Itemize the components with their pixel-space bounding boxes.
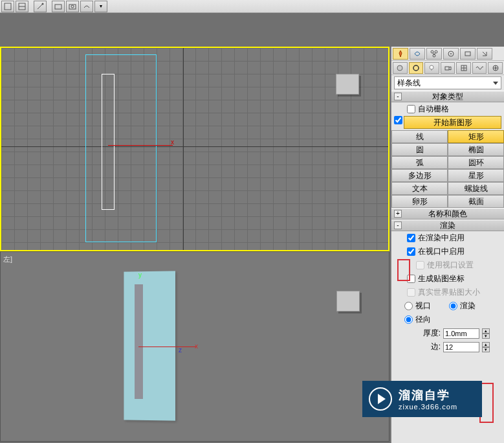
- auto-grid-checkbox[interactable]: [407, 105, 415, 113]
- rollout-title: 名称和颜色: [428, 209, 467, 220]
- model-door[interactable]: [124, 271, 175, 420]
- button-label: 圆环: [468, 157, 484, 168]
- rollout-title: 渲染: [440, 220, 455, 231]
- watermark-title: 溜溜自学: [399, 387, 457, 403]
- viewport-radio-label: 视口: [415, 301, 431, 312]
- thickness-label: 厚度:: [417, 328, 441, 339]
- sides-input[interactable]: [443, 342, 479, 352]
- arc-button[interactable]: 弧: [391, 156, 448, 169]
- tool-icon[interactable]: [34, 1, 47, 12]
- use-viewport-settings-label: 使用视口设置: [427, 260, 474, 271]
- viewcube[interactable]: [336, 291, 360, 312]
- svg-point-15: [397, 65, 402, 71]
- gizmo-x-axis[interactable]: [138, 346, 197, 347]
- radial-radio[interactable]: [404, 315, 413, 324]
- rectangle-button[interactable]: 矩形: [448, 130, 504, 143]
- tool-icon[interactable]: [1, 1, 14, 12]
- cameras-icon[interactable]: [441, 62, 455, 74]
- viewport-radio[interactable]: [404, 302, 413, 310]
- button-label: 星形: [468, 170, 484, 181]
- enable-in-render-checkbox[interactable]: [407, 234, 415, 242]
- enable-in-viewport-label: 在视口中启用: [418, 246, 465, 257]
- text-button[interactable]: 文本: [391, 182, 448, 195]
- svg-point-13: [450, 53, 452, 54]
- gizmo-x-axis[interactable]: [108, 145, 173, 146]
- viewport-perspective[interactable]: 左] y z x: [0, 251, 389, 442]
- polygon-button[interactable]: 多边形: [391, 169, 448, 182]
- display-tab-icon[interactable]: [460, 48, 476, 60]
- start-new-shape-button[interactable]: 开始新图形: [404, 116, 501, 129]
- ellipse-button[interactable]: 椭圆: [448, 143, 504, 156]
- spinner-icon[interactable]: ▴▾: [482, 328, 490, 339]
- collapse-icon: -: [394, 222, 402, 229]
- tool-icon[interactable]: [80, 1, 93, 12]
- axis-z-label: z: [179, 346, 182, 354]
- rollout-title: 对象类型: [432, 91, 463, 102]
- start-new-shape-checkbox[interactable]: [394, 116, 402, 124]
- button-label: 弧: [416, 157, 424, 168]
- line-button[interactable]: 线: [391, 130, 448, 143]
- axis-x-label: x: [195, 343, 198, 350]
- svg-point-17: [430, 65, 433, 69]
- donut-button[interactable]: 圆环: [448, 156, 504, 169]
- shape-outer-rect[interactable]: [85, 54, 157, 242]
- subtype-dropdown[interactable]: 样条线: [394, 76, 501, 89]
- viewcube[interactable]: [336, 74, 359, 95]
- gen-map-coords-label: 生成贴图坐标: [418, 273, 465, 284]
- shape-button-grid: 线 矩形 圆 椭圆 弧 圆环 多边形 星形 文本 螺旋线 卵形 截面: [391, 130, 504, 208]
- button-label: 矩形: [468, 131, 484, 142]
- chevron-down-icon: [493, 82, 498, 85]
- helix-button[interactable]: 螺旋线: [448, 182, 504, 195]
- button-label: 圆: [416, 144, 424, 155]
- svg-rect-14: [465, 52, 470, 56]
- model-door-slot[interactable]: [135, 284, 143, 399]
- rollout-object-type[interactable]: - 对象类型: [391, 91, 504, 102]
- dropdown-value: 样条线: [397, 78, 421, 89]
- shape-inner-rect[interactable]: [102, 74, 115, 210]
- viewport-top[interactable]: x: [0, 47, 389, 251]
- shapes-icon[interactable]: [409, 62, 424, 74]
- button-label: 多边形: [408, 170, 432, 181]
- button-label: 线: [416, 131, 424, 142]
- shelf-gap: [0, 13, 504, 45]
- enable-in-render-label: 在渲染中启用: [418, 233, 465, 244]
- motion-tab-icon[interactable]: [443, 48, 459, 60]
- section-button[interactable]: 截面: [448, 195, 504, 208]
- axis-y-label: y: [138, 271, 142, 278]
- viewport-label: 左]: [3, 255, 12, 264]
- tool-icon[interactable]: [66, 1, 79, 12]
- lights-icon[interactable]: [424, 62, 439, 74]
- svg-point-3: [42, 3, 44, 5]
- button-label: 开始新图形: [433, 117, 472, 128]
- geometry-icon[interactable]: [393, 62, 408, 74]
- helpers-icon[interactable]: [456, 62, 471, 74]
- hierarchy-tab-icon[interactable]: [426, 48, 442, 60]
- egg-button[interactable]: 卵形: [391, 195, 448, 208]
- rollout-name-color[interactable]: + 名称和颜色: [391, 208, 504, 220]
- viewport-grid: [1, 48, 388, 250]
- spacewarps-icon[interactable]: [472, 62, 487, 74]
- radial-radio-label: 径向: [415, 314, 431, 325]
- tool-icon[interactable]: [16, 1, 28, 12]
- modify-tab-icon[interactable]: [410, 48, 425, 60]
- rollout-rendering[interactable]: - 渲染: [391, 220, 504, 231]
- tool-dropdown-icon[interactable]: ▾: [94, 1, 107, 12]
- svg-rect-19: [445, 67, 449, 70]
- create-tab-icon[interactable]: [393, 48, 408, 60]
- gen-map-coords-checkbox[interactable]: [407, 275, 415, 283]
- tool-icon[interactable]: [52, 1, 65, 12]
- enable-in-viewport-checkbox[interactable]: [407, 247, 415, 256]
- expand-icon: +: [394, 210, 402, 218]
- button-label: 螺旋线: [465, 183, 488, 194]
- star-button[interactable]: 星形: [448, 169, 504, 182]
- svg-point-16: [413, 65, 419, 71]
- systems-icon[interactable]: [488, 62, 503, 74]
- axis-v: [183, 48, 184, 250]
- render-radio[interactable]: [449, 302, 457, 310]
- thickness-input[interactable]: [443, 328, 479, 339]
- circle-button[interactable]: 圆: [391, 143, 448, 156]
- svg-point-6: [71, 5, 74, 8]
- spinner-icon[interactable]: ▴▾: [482, 342, 490, 352]
- real-world-checkbox: [407, 288, 415, 297]
- utilities-tab-icon[interactable]: [477, 48, 492, 60]
